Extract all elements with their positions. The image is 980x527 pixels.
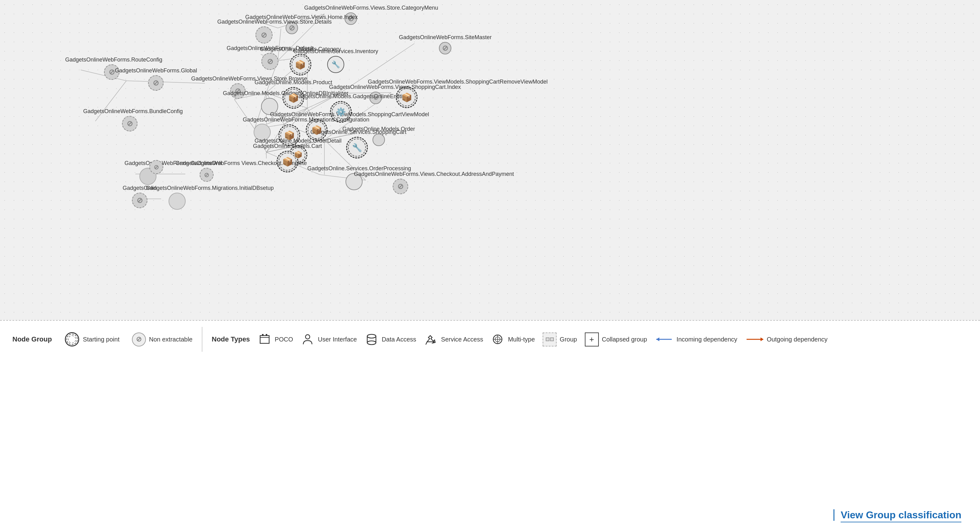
legend-poco-label: POCO <box>275 336 293 343</box>
legend-node-group: Node Group Starting point ⊘ Non extracta… <box>13 332 192 347</box>
legend-ui-label: User Interface <box>318 336 357 343</box>
svg-rect-45 <box>262 334 264 336</box>
legend-main: Node Group Starting point ⊘ Non extracta… <box>0 321 980 358</box>
node-bundleConfig[interactable]: GadgetsOnlineWebForms.BundleConfig ⊘ <box>83 108 176 131</box>
legend-incoming-label: Incoming dependency <box>676 336 737 343</box>
node-siteMaster[interactable]: GadgetsOnlineWebForms.SiteMaster ⊘ <box>399 34 492 54</box>
legend-area: Node Group Starting point ⊘ Non extracta… <box>0 320 980 527</box>
legend-incoming[interactable]: Incoming dependency <box>655 336 737 343</box>
svg-rect-43 <box>260 335 269 343</box>
node-global[interactable]: GadgetsOnlineWebForms.Global ⊘ <box>115 67 197 91</box>
svg-point-51 <box>367 341 376 345</box>
view-group-container: View Group classification <box>834 509 961 521</box>
legend-data-label: Data Access <box>382 336 416 343</box>
legend-starting-point[interactable]: Starting point <box>64 332 119 347</box>
svg-point-48 <box>367 334 376 338</box>
legend-group[interactable]: Group <box>542 332 577 347</box>
group-icon <box>542 332 557 347</box>
legend-poco[interactable]: POCO <box>258 332 293 347</box>
legend-starting-label: Starting point <box>83 336 119 343</box>
legend-outgoing[interactable]: Outgoing dependency <box>745 336 827 343</box>
legend-service[interactable]: Service Access <box>424 332 483 347</box>
incoming-arrow-icon <box>655 336 673 342</box>
graph-area: GadgetsOnlineWebForms.Views.Store.Catego… <box>0 0 980 320</box>
legend-collapsed[interactable]: + Collapsed group <box>585 332 647 347</box>
svg-point-47 <box>305 335 310 339</box>
legend-outgoing-label: Outgoing dependency <box>767 336 827 343</box>
svg-marker-60 <box>760 337 764 341</box>
poco-icon <box>258 332 272 347</box>
legend-ui[interactable]: User Interface <box>301 332 357 347</box>
legend-node-types-title: Node Types <box>212 335 250 343</box>
outgoing-arrow-icon <box>745 336 764 342</box>
legend-collapsed-label: Collapsed group <box>602 336 647 343</box>
multi-icon <box>491 332 505 347</box>
collapsed-icon: + <box>585 332 599 347</box>
node-checkout-payment[interactable]: GadgetsOnlineWebForms.Views.Checkout.Add… <box>354 171 447 194</box>
legend-data[interactable]: Data Access <box>365 332 416 347</box>
svg-marker-58 <box>656 337 659 341</box>
node-inventory[interactable]: GadgetsOnline.Services.Inventory 🔧 <box>293 48 378 73</box>
view-group-classification-button[interactable]: View Group classification <box>841 509 961 522</box>
data-icon <box>365 332 379 347</box>
legend-multi[interactable]: Multi-type <box>491 332 535 347</box>
legend-node-types: Node Types POCO User Interface <box>212 332 827 347</box>
legend-multi-label: Multi-type <box>508 336 535 343</box>
service-icon <box>424 332 438 347</box>
legend-service-label: Service Access <box>441 336 483 343</box>
ui-icon <box>301 332 315 347</box>
legend-divider-1 <box>202 327 202 352</box>
legend-non-extractable-label: Non extractable <box>149 336 192 343</box>
node-initialDBsetup[interactable]: GadgetsOnlineWebForms.Migrations.Initial… <box>146 185 208 210</box>
node-bottom-group2[interactable]: ⊘ <box>149 160 163 174</box>
legend-non-extractable[interactable]: ⊘ Non extractable <box>132 332 192 347</box>
legend-bottom: View Group classification <box>0 358 980 527</box>
legend-node-group-title: Node Group <box>13 335 52 343</box>
legend-group-label: Group <box>560 336 577 343</box>
node-bottom-group1[interactable]: GadgetsOnlineWebForms GadgetsOnli <box>124 160 171 185</box>
node-storeDetails[interactable]: GadgetsOnlineWebForms.Views.Store.Detail… <box>217 19 310 43</box>
svg-rect-46 <box>266 334 267 336</box>
